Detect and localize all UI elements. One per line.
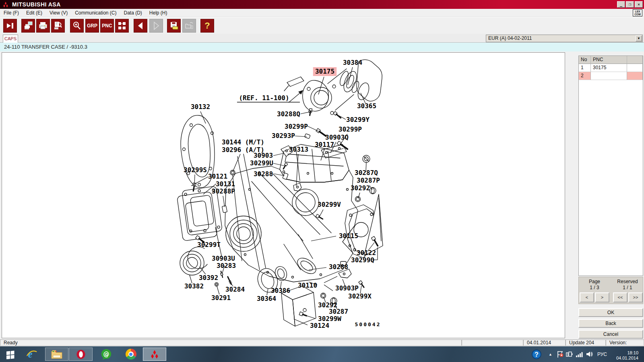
menu-view[interactable]: View (V) <box>46 9 71 16</box>
chevron-down-icon[interactable]: ▼ <box>636 35 642 41</box>
multi-view-button[interactable] <box>115 19 129 33</box>
parts-diagram-panel[interactable]: 3038430175(REF. 11-100)303653013230288Q3… <box>2 52 565 338</box>
part-label[interactable]: 30386 <box>271 287 290 294</box>
reserved-last-button[interactable]: >> <box>628 292 643 302</box>
tray-power-icon[interactable] <box>566 346 573 362</box>
exit-button[interactable] <box>3 19 17 33</box>
part-label[interactable]: 30144 (M/T) <box>222 138 264 146</box>
menu-communication[interactable]: Communication (C) <box>71 9 120 16</box>
menu-edit[interactable]: Edit (E) <box>23 9 46 16</box>
part-label[interactable]: 30384 <box>343 59 362 66</box>
menu-file[interactable]: File (F) <box>0 9 23 16</box>
leader-line <box>191 177 208 186</box>
pnc-button[interactable]: PNC <box>100 19 114 33</box>
part-label[interactable]: 30110 <box>298 282 317 289</box>
back-button[interactable]: Back <box>578 319 643 328</box>
tray-volume-icon[interactable] <box>586 346 593 362</box>
part-label[interactable]: 30288Q <box>277 110 300 118</box>
tray-action-center-icon[interactable] <box>557 346 564 362</box>
bolt-30299W <box>299 312 307 317</box>
tab-caps[interactable]: CAPS <box>3 35 18 43</box>
part-label[interactable]: 30283 <box>217 262 236 269</box>
part-label[interactable]: 30299Q <box>351 256 374 264</box>
pnc-table[interactable]: No PNC 1 30175 2 <box>578 56 643 276</box>
part-label[interactable]: 30287P <box>357 177 380 184</box>
back-icon <box>136 21 145 31</box>
print-screen-button[interactable] <box>21 19 35 33</box>
leader-line <box>311 236 336 241</box>
region-select[interactable]: EUR (A) 04-02-2011 ▼ <box>486 35 643 42</box>
part-label[interactable]: 30288P <box>212 187 235 195</box>
grp-button[interactable]: GRP <box>85 19 99 33</box>
tray-language[interactable]: РУС <box>597 346 607 362</box>
close-button[interactable]: ✕ <box>635 1 643 8</box>
part-label[interactable]: 30131 <box>216 180 235 188</box>
part-label[interactable]: 30903U <box>212 255 235 262</box>
minimize-button[interactable]: _ <box>617 1 625 8</box>
part-label[interactable]: 30115 <box>339 232 358 240</box>
part-label[interactable]: 30288 <box>329 263 348 271</box>
part-label[interactable]: 30122 <box>357 249 376 257</box>
back-button[interactable] <box>134 19 147 33</box>
part-label[interactable]: 30287Q <box>355 169 378 177</box>
taskbar-chrome[interactable] <box>122 348 140 361</box>
tray-help-icon[interactable]: ? <box>531 346 542 362</box>
part-label[interactable]: 30124 <box>310 322 329 329</box>
part-label[interactable]: 30299Y <box>346 116 369 123</box>
part-label[interactable]: 30365 <box>357 102 376 110</box>
taskbar-mailru-agent[interactable]: @ <box>98 348 114 361</box>
taskbar-opera[interactable] <box>69 348 93 361</box>
part-label[interactable]: 30299P <box>339 125 362 133</box>
taskbar-file-explorer[interactable] <box>45 348 68 361</box>
print-button[interactable] <box>36 19 50 33</box>
bolt-30299V <box>316 214 323 220</box>
page-prev-button[interactable]: < <box>580 292 594 302</box>
selected-part-label[interactable]: 30175 <box>315 68 334 75</box>
part-label[interactable]: 30299S <box>184 166 207 174</box>
part-label[interactable]: 30299U <box>250 159 273 167</box>
part-label[interactable]: 30293P <box>272 132 295 140</box>
part-label[interactable]: 30299T <box>197 241 221 249</box>
part-label[interactable]: (REF. 11-100) <box>239 94 289 102</box>
part-label[interactable]: 30284 <box>225 286 245 293</box>
part-label[interactable]: 30288 <box>254 170 273 178</box>
part-label[interactable]: 30903Q <box>325 134 349 141</box>
part-label[interactable]: 30299P <box>285 123 308 130</box>
part-label[interactable]: 500042 <box>355 321 381 327</box>
part-label[interactable]: 30903P <box>335 284 359 292</box>
menu-help[interactable]: Help (H) <box>146 9 171 16</box>
taskbar-mitsubishi-asa[interactable] <box>143 348 166 361</box>
part-label[interactable]: 30382 <box>184 282 204 290</box>
part-label[interactable]: 30313 <box>289 146 308 153</box>
tray-network-icon[interactable] <box>576 346 584 362</box>
part-label[interactable]: 30291 <box>211 294 231 302</box>
menu-data[interactable]: Data (D) <box>120 9 146 16</box>
part-label[interactable]: 30292 <box>351 184 370 192</box>
save-button[interactable] <box>167 19 181 33</box>
part-label[interactable]: 30117 <box>315 141 334 148</box>
table-row[interactable]: 2 <box>579 72 643 80</box>
part-label[interactable]: 30364 <box>257 295 276 302</box>
reserved-label: Reserved <box>613 279 642 285</box>
tray-expand-icon[interactable]: ▲ <box>549 346 552 362</box>
part-label[interactable]: 30392 <box>199 274 218 282</box>
cancel-button[interactable]: Cancel <box>578 330 643 339</box>
part-label[interactable]: 30299V <box>318 201 341 208</box>
tray-clock[interactable]: 18:10 04.01.2014 <box>610 346 638 362</box>
part-labels: 3038430175(REF. 11-100)303653013230288Q3… <box>184 59 381 329</box>
part-label[interactable]: 30903 <box>254 152 273 159</box>
part-label[interactable]: 30121 <box>208 173 227 180</box>
part-label[interactable]: 30132 <box>191 103 210 111</box>
print-preview-button[interactable] <box>51 19 65 33</box>
restore-button[interactable]: ❐ <box>626 1 634 8</box>
start-button[interactable] <box>4 348 17 361</box>
part-label[interactable]: 30299X <box>348 292 372 300</box>
reserved-first-button[interactable]: << <box>613 292 627 302</box>
ok-button[interactable]: OK <box>578 308 643 317</box>
zoom-button[interactable] <box>70 19 84 33</box>
table-row[interactable]: 1 30175 <box>579 64 643 72</box>
part-label[interactable]: 30287 <box>329 308 348 315</box>
page-next-button[interactable]: > <box>595 292 609 302</box>
help-button[interactable]: ? <box>200 19 214 33</box>
taskbar-internet-explorer[interactable]: e <box>24 348 39 361</box>
